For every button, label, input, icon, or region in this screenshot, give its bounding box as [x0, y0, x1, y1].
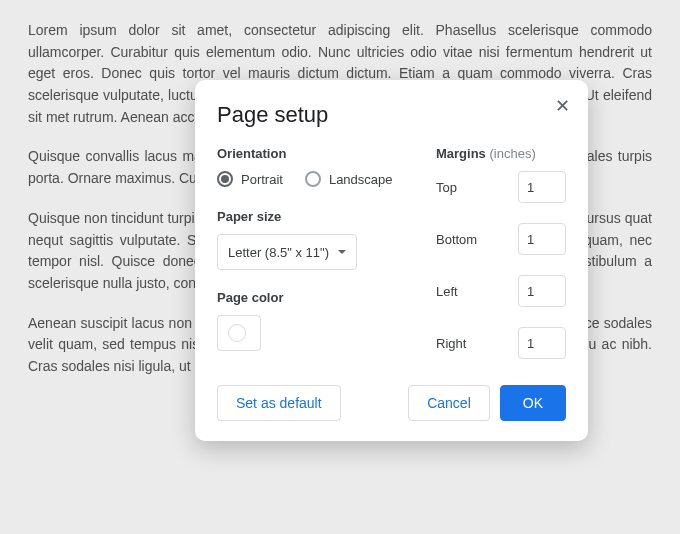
- margins-unit: (inches): [489, 146, 535, 161]
- radio-icon: [305, 171, 321, 187]
- ok-button[interactable]: OK: [500, 385, 566, 421]
- orientation-portrait-radio[interactable]: Portrait: [217, 171, 283, 187]
- margin-top-input[interactable]: [518, 171, 566, 203]
- page-setup-dialog: ✕ Page setup Orientation Portrait Landsc…: [195, 80, 588, 441]
- close-icon: ✕: [555, 95, 570, 117]
- color-swatch: [228, 324, 246, 342]
- page-color-select[interactable]: [217, 315, 261, 351]
- margins-label: Margins (inches): [436, 146, 566, 161]
- close-button[interactable]: ✕: [550, 94, 574, 118]
- margin-top-label: Top: [436, 180, 457, 195]
- orientation-label: Orientation: [217, 146, 410, 161]
- margin-right-input[interactable]: [518, 327, 566, 359]
- orientation-option-label: Portrait: [241, 172, 283, 187]
- page-color-label: Page color: [217, 290, 410, 305]
- margin-bottom-label: Bottom: [436, 232, 477, 247]
- paper-size-value: Letter (8.5" x 11"): [228, 245, 329, 260]
- set-as-default-button[interactable]: Set as default: [217, 385, 341, 421]
- margin-left-input[interactable]: [518, 275, 566, 307]
- margins-label-text: Margins: [436, 146, 486, 161]
- margin-right-label: Right: [436, 336, 466, 351]
- chevron-down-icon: [338, 250, 346, 254]
- radio-icon: [217, 171, 233, 187]
- orientation-landscape-radio[interactable]: Landscape: [305, 171, 393, 187]
- margin-bottom-input[interactable]: [518, 223, 566, 255]
- dialog-title: Page setup: [217, 102, 566, 128]
- orientation-option-label: Landscape: [329, 172, 393, 187]
- margin-left-label: Left: [436, 284, 458, 299]
- cancel-button[interactable]: Cancel: [408, 385, 490, 421]
- paper-size-label: Paper size: [217, 209, 410, 224]
- paper-size-select[interactable]: Letter (8.5" x 11"): [217, 234, 357, 270]
